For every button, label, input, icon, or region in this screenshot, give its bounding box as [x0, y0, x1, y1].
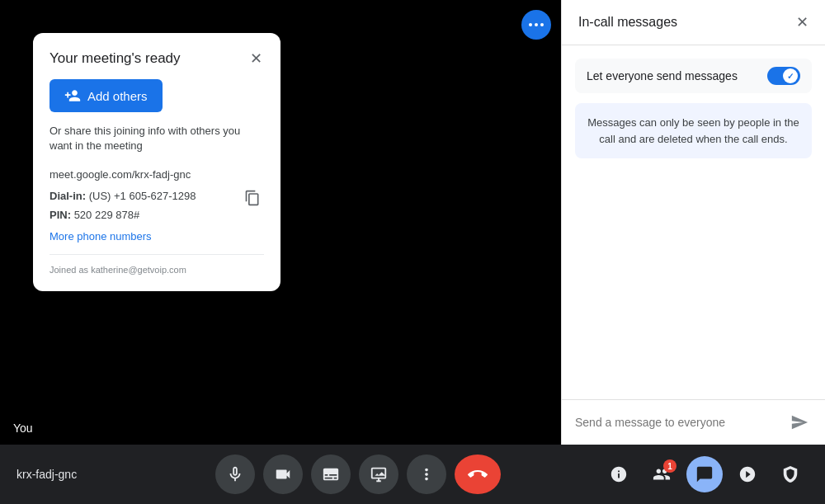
info-button[interactable] — [601, 456, 637, 492]
copy-button[interactable] — [241, 186, 264, 210]
present-button[interactable] — [359, 455, 398, 494]
captions-button[interactable] — [311, 455, 351, 494]
add-others-button[interactable]: Add others — [50, 79, 163, 112]
activities-button[interactable] — [729, 456, 766, 492]
participant-label: You — [13, 422, 33, 435]
video-area: Your meeting's ready ✕ Add others Or sha… — [0, 0, 561, 445]
chat-button[interactable] — [686, 456, 723, 492]
more-phones-link[interactable]: More phone numbers — [50, 230, 264, 243]
toggle-label: Let everyone send messages — [587, 69, 738, 82]
panel-content: Let everyone send messages Messages can … — [562, 45, 825, 399]
panel-header: In-call messages ✕ — [562, 0, 825, 45]
meeting-info: meet.google.com/krx-fadj-gnc Dial-in: (U… — [50, 165, 264, 224]
joined-as: Joined as katherine@getvoip.com — [50, 254, 264, 275]
microphone-button[interactable] — [215, 455, 255, 494]
send-button[interactable] — [787, 410, 812, 435]
meeting-id: krx-fadj-gnc — [16, 468, 116, 481]
meeting-ready-popup: Your meeting's ready ✕ Add others Or sha… — [33, 33, 280, 291]
more-controls-button[interactable] — [407, 455, 446, 494]
share-text: Or share this joining info with others y… — [50, 124, 264, 153]
info-box: Messages can only be seen by people in t… — [575, 103, 812, 158]
pin-label: PIN: — [50, 209, 71, 221]
popup-title: Your meeting's ready — [50, 50, 181, 67]
end-call-button[interactable] — [455, 455, 501, 494]
bottom-bar: krx-fadj-gnc — [0, 445, 825, 504]
meet-link: meet.google.com/krx-fadj-gnc — [50, 165, 264, 184]
popup-close-button[interactable]: ✕ — [248, 49, 264, 68]
people-button[interactable]: 1 — [644, 456, 680, 492]
pin-line: PIN: 520 229 878# — [50, 205, 234, 224]
message-input[interactable] — [575, 416, 780, 429]
pin-number: 520 229 878# — [74, 209, 140, 221]
panel-close-button[interactable]: ✕ — [796, 13, 808, 31]
dial-in-line: Dial-in: (US) +1 605-627-1298 — [50, 186, 234, 205]
toggle-row: Let everyone send messages — [575, 59, 812, 93]
people-badge: 1 — [663, 459, 676, 473]
messages-panel: In-call messages ✕ Let everyone send mes… — [561, 0, 825, 445]
toggle-switch[interactable] — [767, 67, 800, 85]
dial-in-number: (US) +1 605-627-1298 — [89, 190, 196, 202]
more-options-button[interactable] — [521, 10, 551, 40]
dial-in-label: Dial-in: — [50, 190, 86, 202]
controls-right: 1 — [601, 456, 808, 492]
add-others-label: Add others — [87, 89, 148, 103]
security-button[interactable] — [772, 456, 808, 492]
panel-title: In-call messages — [578, 15, 677, 30]
camera-button[interactable] — [263, 455, 303, 494]
panel-footer — [562, 399, 825, 445]
controls-center — [116, 455, 601, 494]
